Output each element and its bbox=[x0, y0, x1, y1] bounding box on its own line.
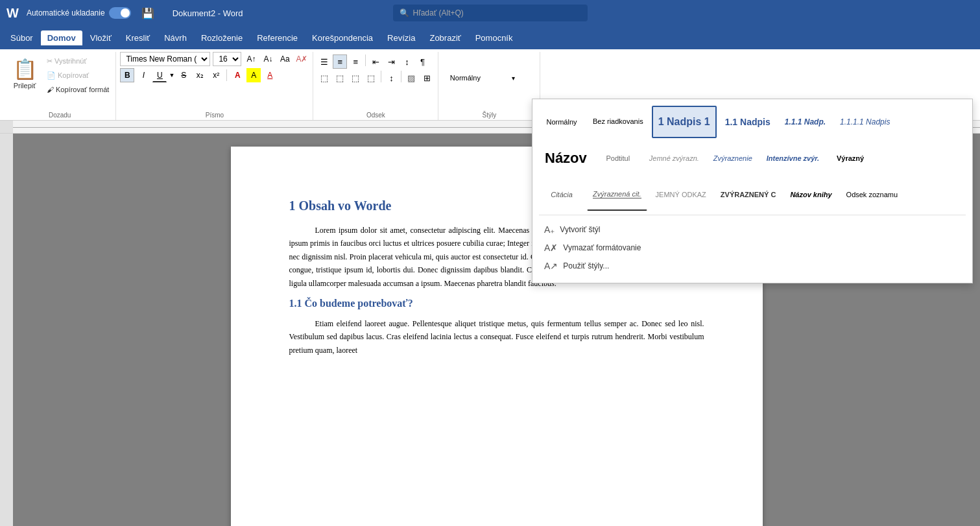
font-name-select[interactable]: Times New Roman ( bbox=[120, 52, 210, 66]
bold-button[interactable]: B bbox=[120, 68, 134, 82]
style-normalny-btn[interactable]: Normálny bbox=[539, 106, 584, 138]
font-row1: Times New Roman ( 16 A↑ A↓ Aa A✗ bbox=[120, 52, 309, 66]
search-placeholder: Hľadať (Alt+Q) bbox=[413, 8, 464, 18]
font-size-select[interactable]: 16 bbox=[213, 52, 241, 66]
style-nadpis1-btn[interactable]: 1 Nadpis 1 bbox=[652, 106, 717, 138]
menu-rozlozenie[interactable]: Rozloženie bbox=[195, 30, 249, 45]
align-right-button[interactable]: ⬚ bbox=[348, 71, 363, 85]
paste-button[interactable]: 📋 Prilepiť bbox=[8, 52, 42, 95]
style-jemny-odkaz-btn[interactable]: JEMNÝ ODKAZ bbox=[650, 178, 712, 211]
menu-zobrazit[interactable]: Zobraziť bbox=[423, 30, 467, 45]
search-icon: 🔍 bbox=[400, 8, 409, 18]
font-group: Times New Roman ( 16 A↑ A↓ Aa A✗ B I U ▼… bbox=[116, 52, 313, 120]
menu-referencie[interactable]: Referencie bbox=[250, 30, 304, 45]
strikethrough-button[interactable]: S bbox=[176, 68, 191, 82]
document-title: Dokument2 - Word bbox=[173, 8, 243, 18]
style-odsek-zoznamu-label: Odsek zoznamu bbox=[846, 191, 898, 198]
clear-formatting-icon: A✗ bbox=[544, 243, 558, 253]
style-zvyraznena-cit-label: Zvýraznená cit. bbox=[593, 190, 641, 198]
style-nadpis11-btn[interactable]: 1.1 Nadpis bbox=[719, 106, 776, 138]
style-zvyraznenie-btn[interactable]: Zvýraznenie bbox=[708, 142, 758, 174]
superscript-button[interactable]: x² bbox=[209, 68, 223, 82]
style-jemne-btn[interactable]: Jemné zvýrazn. bbox=[643, 142, 705, 174]
styles-group-label: Štýly bbox=[442, 110, 536, 120]
style-nadpis1-label: 1 Nadpis 1 bbox=[658, 116, 710, 128]
clear-formatting-button[interactable]: A✗ Vymazať formátovanie bbox=[539, 240, 966, 256]
styles-panel: Normálny Bez riadkovanis 1 Nadpis 1 1.1 … bbox=[532, 99, 973, 283]
clear-format-button[interactable]: A✗ bbox=[294, 52, 309, 66]
multilevel-button[interactable]: ≡ bbox=[348, 54, 363, 69]
style-nadpis11-label: 1.1 Nadpis bbox=[725, 117, 771, 127]
menu-vlozit[interactable]: Vložiť bbox=[84, 30, 118, 45]
subscript-button[interactable]: x₂ bbox=[193, 68, 207, 82]
menu-pomocnik[interactable]: Pomocník bbox=[469, 30, 520, 45]
increase-font-button[interactable]: A↑ bbox=[244, 52, 258, 66]
create-style-label: Vytvoriť štýl bbox=[560, 225, 600, 234]
justify-button[interactable]: ⬚ bbox=[364, 71, 378, 85]
font-controls: Times New Roman ( 16 A↑ A↓ Aa A✗ B I U ▼… bbox=[120, 52, 309, 82]
sort-button[interactable]: ↕ bbox=[400, 54, 414, 69]
paste-label: Prilepiť bbox=[14, 82, 36, 90]
style-intenzivne-label: Intenzívne zvýr. bbox=[767, 154, 819, 162]
line-spacing-button[interactable]: ↕ bbox=[384, 71, 398, 85]
bullets-button[interactable]: ☰ bbox=[317, 54, 331, 69]
style-zvyraznena-cit-btn[interactable]: Zvýraznená cit. bbox=[587, 178, 647, 211]
menu-revizia[interactable]: Revízia bbox=[381, 30, 422, 45]
shading-button[interactable]: ▨ bbox=[404, 71, 418, 85]
copy-icon: 📄 bbox=[47, 71, 56, 80]
increase-indent-button[interactable]: ⇥ bbox=[384, 54, 398, 69]
style-nazov-btn[interactable]: Názov bbox=[539, 142, 593, 174]
style-intenzivne-btn[interactable]: Intenzívne zvýr. bbox=[761, 142, 825, 174]
style-zvyrazneny-c-btn[interactable]: ZVÝRAZNENÝ C bbox=[715, 178, 782, 211]
cut-button[interactable]: ✂ Vystrihnúť bbox=[44, 54, 112, 67]
style-podtitul-btn[interactable]: Podtitul bbox=[595, 142, 641, 174]
font-color-button[interactable]: A bbox=[230, 68, 245, 82]
underline-button[interactable]: U bbox=[152, 68, 167, 82]
decrease-indent-button[interactable]: ⇤ bbox=[368, 54, 383, 69]
style-vyrazny-btn[interactable]: Výrazný bbox=[828, 142, 873, 174]
autosave-toggle[interactable] bbox=[109, 7, 131, 19]
document-paragraph2: Etiam eleifend laoreet augue. Pellentesq… bbox=[289, 317, 704, 357]
paste-icon: 📋 bbox=[13, 58, 37, 80]
menu-subor[interactable]: Súbor bbox=[4, 30, 40, 45]
style-nazov-knihy-btn[interactable]: Názov knihy bbox=[784, 178, 837, 211]
numbering-button[interactable]: ≡ bbox=[333, 54, 347, 69]
style-nazov-label: Názov bbox=[545, 150, 587, 167]
style-normal-label: Normálny bbox=[450, 74, 481, 82]
menu-kreslit[interactable]: Kresliť bbox=[119, 30, 156, 45]
menu-domov[interactable]: Domov bbox=[41, 30, 82, 45]
paragraph-group: ☰ ≡ ≡ ⇤ ⇥ ↕ ¶ ⬚ ⬚ ⬚ ⬚ ↕ ▨ ⊞ Odsek bbox=[313, 52, 438, 120]
create-style-icon: A₊ bbox=[544, 224, 555, 235]
style-nadpis1111-btn[interactable]: 1.1.1.1 Nadpis bbox=[834, 106, 896, 138]
highlight-button[interactable]: A bbox=[246, 68, 261, 82]
styles-divider bbox=[539, 215, 966, 215]
style-normal-btn[interactable]: Normálny bbox=[442, 62, 488, 94]
create-style-button[interactable]: A₊ Vytvoriť štýl bbox=[539, 222, 966, 237]
style-odsek-zoznamu-btn[interactable]: Odsek zoznamu bbox=[841, 178, 903, 211]
menu-navrh[interactable]: Návrh bbox=[158, 30, 193, 45]
search-box[interactable]: 🔍 Hľadať (Alt+Q) bbox=[393, 5, 588, 21]
styles-expand-button[interactable]: ▾ bbox=[490, 54, 536, 101]
apply-styles-button[interactable]: A↗ Použiť štýly... bbox=[539, 258, 966, 274]
align-center-button[interactable]: ⬚ bbox=[333, 71, 347, 85]
copy-button[interactable]: 📄 Kopírovať bbox=[44, 69, 112, 82]
style-citacia-btn[interactable]: Citácia bbox=[539, 178, 584, 211]
align-left-button[interactable]: ⬚ bbox=[317, 71, 331, 85]
style-citacia-label: Citácia bbox=[551, 191, 573, 198]
decrease-font-button[interactable]: A↓ bbox=[261, 52, 275, 66]
italic-button[interactable]: I bbox=[136, 68, 150, 82]
underline-arrow[interactable]: ▼ bbox=[169, 72, 174, 78]
text-color-button[interactable]: A bbox=[263, 68, 277, 82]
change-case-button[interactable]: Aa bbox=[278, 52, 292, 66]
style-zvyrazneny-c-label: ZVÝRAZNENÝ C bbox=[721, 191, 776, 198]
format-copy-button[interactable]: 🖌 Kopírovať formát bbox=[44, 83, 112, 96]
save-icon[interactable]: 💾 bbox=[141, 7, 154, 19]
style-zvyraznenie-label: Zvýraznenie bbox=[713, 154, 752, 162]
style-jemny-odkaz-label: JEMNÝ ODKAZ bbox=[656, 191, 706, 198]
style-nadpis111-btn[interactable]: 1.1.1 Nadp. bbox=[779, 106, 831, 138]
ribbon: 📋 Prilepiť ✂ Vystrihnúť 📄 Kopírovať 🖌 Ko… bbox=[0, 49, 980, 121]
borders-button[interactable]: ⊞ bbox=[420, 71, 434, 85]
menu-korespondencia[interactable]: Korešpondencia bbox=[305, 30, 379, 45]
style-bez-riadkovania-btn[interactable]: Bez riadkovanis bbox=[587, 106, 649, 138]
show-formatting-button[interactable]: ¶ bbox=[415, 54, 429, 69]
